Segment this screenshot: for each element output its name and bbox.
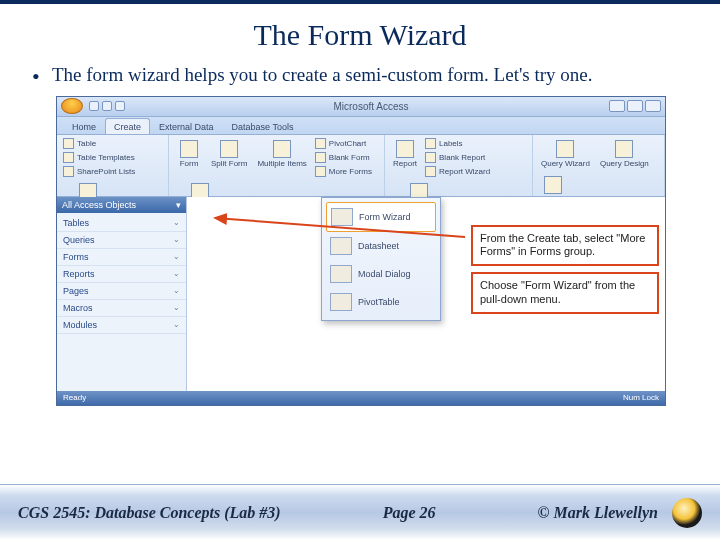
nav-item-forms[interactable]: Forms⌄ <box>57 249 186 266</box>
more-forms-dropdown: Form Wizard Datasheet Modal Dialog Pivot… <box>321 197 441 321</box>
query-design-icon <box>615 140 633 158</box>
qat-undo-icon[interactable] <box>102 101 112 111</box>
tab-home[interactable]: Home <box>63 118 105 134</box>
footer-left: CGS 2545: Database Concepts (Lab #3) <box>18 504 281 522</box>
callout-1: From the Create tab, select "More Forms"… <box>471 225 659 267</box>
access-window: Microsoft Access Home Create External Da… <box>56 96 666 406</box>
dd-modal-dialog[interactable]: Modal Dialog <box>326 260 436 288</box>
tab-database-tools[interactable]: Database Tools <box>223 118 303 134</box>
datasheet-icon <box>330 237 352 255</box>
chevron-icon: ⌄ <box>173 235 180 244</box>
dd-form-wizard[interactable]: Form Wizard <box>326 202 436 232</box>
tab-create[interactable]: Create <box>105 118 150 134</box>
blank-form-icon <box>315 152 326 163</box>
labels-icon <box>425 138 436 149</box>
nav-item-queries[interactable]: Queries⌄ <box>57 232 186 249</box>
slide: The Form Wizard The form wizard helps yo… <box>0 0 720 540</box>
chevron-down-icon: ▾ <box>176 200 181 210</box>
btn-split-form[interactable]: Split Form <box>207 137 251 171</box>
group-tables: Table Table Templates SharePoint Lists T… <box>57 135 169 196</box>
slide-title: The Form Wizard <box>0 4 720 62</box>
status-bar: Ready Num Lock <box>57 391 665 405</box>
group-reports: Report Labels Blank Report Report Wizard… <box>385 135 533 196</box>
table-templates-icon <box>63 152 74 163</box>
maximize-button[interactable] <box>627 100 643 112</box>
query-wizard-icon <box>556 140 574 158</box>
tab-external-data[interactable]: External Data <box>150 118 223 134</box>
btn-blank-report[interactable]: Blank Report <box>423 151 492 164</box>
nav-item-pages[interactable]: Pages⌄ <box>57 283 186 300</box>
more-forms-icon <box>315 166 326 177</box>
quick-access-toolbar[interactable] <box>89 101 125 111</box>
status-left: Ready <box>63 393 86 402</box>
chevron-icon: ⌄ <box>173 252 180 261</box>
title-bar: Microsoft Access <box>57 97 665 117</box>
pivottable-icon <box>330 293 352 311</box>
table-icon <box>63 138 74 149</box>
footer-page: Page 26 <box>383 504 436 522</box>
navigation-pane: All Access Objects ▾ Tables⌄ Queries⌄ Fo… <box>57 197 187 391</box>
chevron-icon: ⌄ <box>173 218 180 227</box>
chevron-icon: ⌄ <box>173 269 180 278</box>
pegasus-logo-icon <box>672 498 702 528</box>
app-title: Microsoft Access <box>133 101 609 112</box>
multiple-items-icon <box>273 140 291 158</box>
chevron-icon: ⌄ <box>173 303 180 312</box>
modal-dialog-icon <box>330 265 352 283</box>
ribbon: Table Table Templates SharePoint Lists T… <box>57 135 665 197</box>
group-forms: Form Split Form Multiple Items PivotChar… <box>169 135 385 196</box>
qat-save-icon[interactable] <box>89 101 99 111</box>
close-button[interactable] <box>645 100 661 112</box>
btn-sharepoint-lists[interactable]: SharePoint Lists <box>61 165 137 178</box>
btn-report[interactable]: Report <box>389 137 421 171</box>
btn-pivotchart[interactable]: PivotChart <box>313 137 374 150</box>
btn-table-templates[interactable]: Table Templates <box>61 151 137 164</box>
office-button[interactable] <box>61 98 83 114</box>
btn-more-forms[interactable]: More Forms <box>313 165 374 178</box>
chevron-icon: ⌄ <box>173 320 180 329</box>
btn-report-wizard[interactable]: Report Wizard <box>423 165 492 178</box>
form-wizard-icon <box>331 208 353 226</box>
btn-table[interactable]: Table <box>61 137 137 150</box>
footer-copyright: © Mark Llewellyn <box>538 504 658 522</box>
report-wizard-icon <box>425 166 436 177</box>
nav-item-modules[interactable]: Modules⌄ <box>57 317 186 334</box>
btn-multiple-items[interactable]: Multiple Items <box>253 137 310 171</box>
report-icon <box>396 140 414 158</box>
sharepoint-icon <box>63 166 74 177</box>
slide-footer: CGS 2545: Database Concepts (Lab #3) Pag… <box>0 484 720 540</box>
group-other: Query Wizard Query Design Macro Other <box>533 135 665 196</box>
callout-2: Choose "Form Wizard" from the pull-down … <box>471 272 659 314</box>
dd-pivottable[interactable]: PivotTable <box>326 288 436 316</box>
pivotchart-icon <box>315 138 326 149</box>
minimize-button[interactable] <box>609 100 625 112</box>
form-icon <box>180 140 198 158</box>
status-right: Num Lock <box>623 393 659 402</box>
btn-labels[interactable]: Labels <box>423 137 492 150</box>
btn-form[interactable]: Form <box>173 137 205 171</box>
chevron-icon: ⌄ <box>173 286 180 295</box>
nav-item-macros[interactable]: Macros⌄ <box>57 300 186 317</box>
blank-report-icon <box>425 152 436 163</box>
nav-item-tables[interactable]: Tables⌄ <box>57 215 186 232</box>
btn-query-wizard[interactable]: Query Wizard <box>537 137 594 171</box>
btn-query-design[interactable]: Query Design <box>596 137 653 171</box>
bullet-1: The form wizard helps you to create a se… <box>28 62 684 88</box>
nav-item-reports[interactable]: Reports⌄ <box>57 266 186 283</box>
qat-redo-icon[interactable] <box>115 101 125 111</box>
macro-icon <box>544 176 562 194</box>
callout-container: From the Create tab, select "More Forms"… <box>471 225 659 320</box>
nav-pane-header[interactable]: All Access Objects ▾ <box>57 197 186 213</box>
body-text: The form wizard helps you to create a se… <box>0 62 720 88</box>
btn-blank-form[interactable]: Blank Form <box>313 151 374 164</box>
dd-datasheet[interactable]: Datasheet <box>326 232 436 260</box>
split-form-icon <box>220 140 238 158</box>
ribbon-tabs: Home Create External Data Database Tools <box>57 117 665 135</box>
